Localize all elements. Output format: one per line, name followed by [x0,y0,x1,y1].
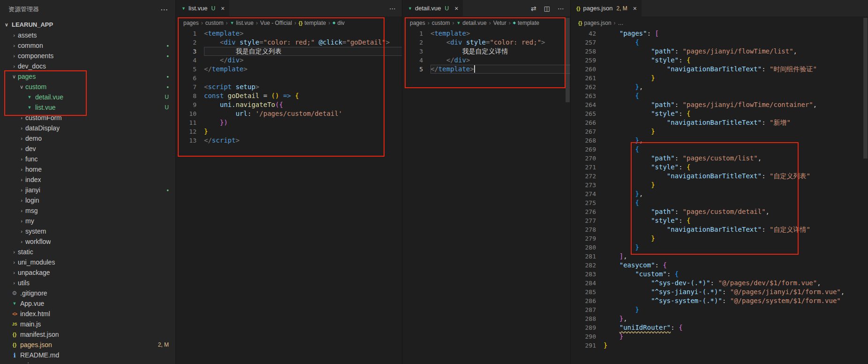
tree-item-assets[interactable]: ›assets [0,30,175,40]
tree-item-system[interactable]: ›system [0,226,175,236]
code-line-283[interactable]: 283 "custom": { [571,270,868,279]
code-line-268[interactable]: 268 }, [571,136,868,145]
more-actions-icon[interactable]: ⋯ [160,5,168,14]
code-line-285[interactable]: 285 "^sys-jianyi-(.*)": "@/pages/jianyi/… [571,288,868,296]
close-icon[interactable]: × [454,5,458,12]
tree-item-customForm[interactable]: ›customForm [0,113,175,123]
code-line-7[interactable]: 7<script setup> [176,83,402,91]
code-line-5[interactable]: 5</template> [402,65,571,74]
breadcrumb-item[interactable]: custom [205,20,224,26]
breadcrumb-item[interactable]: pages [183,20,199,26]
tree-item-workflow[interactable]: ›workflow [0,236,175,247]
breadcrumb-item[interactable]: … [618,20,624,26]
tree-item-utils[interactable]: ›utils [0,278,175,288]
code-line-9[interactable]: 9 uni.navigateTo({ [176,100,402,109]
code-line-281[interactable]: 281 ], [571,252,868,261]
tree-item-dev_docs[interactable]: ›dev_docs [0,61,175,71]
breadcrumb-item[interactable]: Vue - Official [260,20,292,26]
scrollbar-thumb[interactable] [566,18,570,102]
code-line-276[interactable]: 276 "path": "pages/custom/detail", [571,207,868,216]
breadcrumb-item[interactable]: pages [410,20,425,26]
code-line-5[interactable]: 5</template> [176,65,402,74]
code-line-271[interactable]: 271 "style": { [571,163,868,172]
code-line-3[interactable]: 3 我是自定义详情 [402,47,571,56]
tree-item-dataDisplay[interactable]: ›dataDisplay [0,123,175,133]
tree-item-manifest.json[interactable]: {}manifest.json [0,329,175,340]
close-icon[interactable]: × [633,5,637,12]
code-line-274[interactable]: 274 }, [571,190,868,198]
tree-item-common[interactable]: ›common● [0,40,175,51]
tree-item-detail.vue[interactable]: ▼detail.vueU [0,92,175,102]
code-line-282[interactable]: 282 "easycom": { [571,261,868,270]
code-line-287[interactable]: 287 } [571,305,868,314]
tree-item-my[interactable]: ›my [0,216,175,226]
code-editor[interactable]: 1<template>2 <div style="color: red;" @c… [176,29,402,145]
code-line-2[interactable]: 2 <div style="color: red;" @click="goDet… [176,38,402,47]
code-line-277[interactable]: 277 "style": { [571,216,868,225]
code-line-259[interactable]: 259 "style": { [571,56,868,65]
tree-item-dev[interactable]: ›dev [0,144,175,154]
tree-item-index.html[interactable]: <>index.html [0,309,175,319]
code-line-13[interactable]: 13</script> [176,136,402,145]
code-line-2[interactable]: 2 <div style="color: red;"> [402,38,571,47]
code-line-279[interactable]: 279 } [571,234,868,243]
code-line-275[interactable]: 275 { [571,198,868,207]
tree-item-uni.scss[interactable]: ≈uni.scss [0,360,175,364]
code-line-265[interactable]: 265 "style": { [571,109,868,118]
code-line-1[interactable]: 1<template> [402,29,571,38]
more-actions-icon[interactable]: ⋯ [558,5,564,12]
code-line-261[interactable]: 261 } [571,74,868,83]
code-line-264[interactable]: 264 "path": "pages/jianyi/flowTime/conta… [571,100,868,109]
split-editor-icon[interactable]: ◫ [544,5,550,12]
code-line-289[interactable]: 289 "uniIdRouter": { [571,323,868,332]
tree-item-home[interactable]: ›home [0,164,175,174]
code-line-280[interactable]: 280 } [571,243,868,252]
code-line-12[interactable]: 12} [176,127,402,136]
tree-item-static[interactable]: ›static [0,247,175,257]
tree-item-func[interactable]: ›func [0,154,175,164]
breadcrumb-item[interactable]: {}pages.json [578,20,611,26]
code-line-269[interactable]: 269 { [571,145,868,154]
code-editor[interactable]: 42 "pages": [257 {258 "path": "pages/jia… [571,29,868,350]
code-line-288[interactable]: 288 }, [571,314,868,323]
code-line-273[interactable]: 273 } [571,181,868,190]
code-line-267[interactable]: 267 } [571,127,868,136]
code-line-278[interactable]: 278 "navigationBarTitleText": "自定义详情" [571,225,868,234]
code-line-6[interactable]: 6 [176,74,402,83]
code-line-257[interactable]: 257 { [571,38,868,47]
code-line-286[interactable]: 286 "^sys-system-(.*)": "@/pages/system/… [571,296,868,305]
breadcrumb-item[interactable]: {}template [299,20,326,26]
breadcrumb-item[interactable]: ▼detail.vue [456,20,486,26]
compare-changes-icon[interactable]: ⇄ [531,5,536,12]
code-line-291[interactable]: 291} [571,341,868,350]
code-line-3[interactable]: 3 我是自定义列表 [176,47,402,56]
tree-item-jianyi[interactable]: ›jianyi● [0,185,175,195]
code-line-263[interactable]: 263 { [571,91,868,100]
tree-item-index[interactable]: ›index [0,174,175,185]
code-line-42[interactable]: 42 "pages": [ [571,29,868,38]
tree-item-main.js[interactable]: JSmain.js [0,319,175,329]
breadcrumb-item[interactable]: ◆template [513,20,539,26]
code-line-260[interactable]: 260 "navigationBarTitleText": "时间组件验证" [571,65,868,74]
tree-item-pages.json[interactable]: {}pages.json2, M [0,340,175,350]
code-line-262[interactable]: 262 }, [571,83,868,91]
project-root-item[interactable]: ∨ LEARUN_APP [0,19,175,30]
tree-item-pages[interactable]: ∨pages● [0,71,175,82]
more-actions-icon[interactable]: ⋯ [389,5,396,12]
tab-pages.json[interactable]: {}pages.json2, M× [571,0,642,16]
code-line-4[interactable]: 4 </div> [402,56,571,65]
tree-item-README.md[interactable]: ℹREADME.md [0,350,175,360]
code-line-11[interactable]: 11 }) [176,118,402,127]
scrollbar-thumb[interactable] [863,18,868,159]
tree-item-.gitignore[interactable]: ⚙.gitignore [0,288,175,298]
close-icon[interactable]: × [221,5,225,12]
code-editor[interactable]: 1<template>2 <div style="color: red;">3 … [402,29,571,74]
code-line-8[interactable]: 8const goDetail = () => { [176,91,402,100]
tree-item-custom[interactable]: ∨custom● [0,82,175,92]
tree-item-components[interactable]: ›components● [0,51,175,61]
tree-item-App.vue[interactable]: ▼App.vue [0,298,175,309]
code-line-258[interactable]: 258 "path": "pages/jianyi/flowTime/list"… [571,47,868,56]
breadcrumb-item[interactable]: Vetur [493,20,506,26]
tab-detail.vue[interactable]: ▼detail.vueU× [402,0,463,16]
code-line-290[interactable]: 290 } [571,332,868,341]
